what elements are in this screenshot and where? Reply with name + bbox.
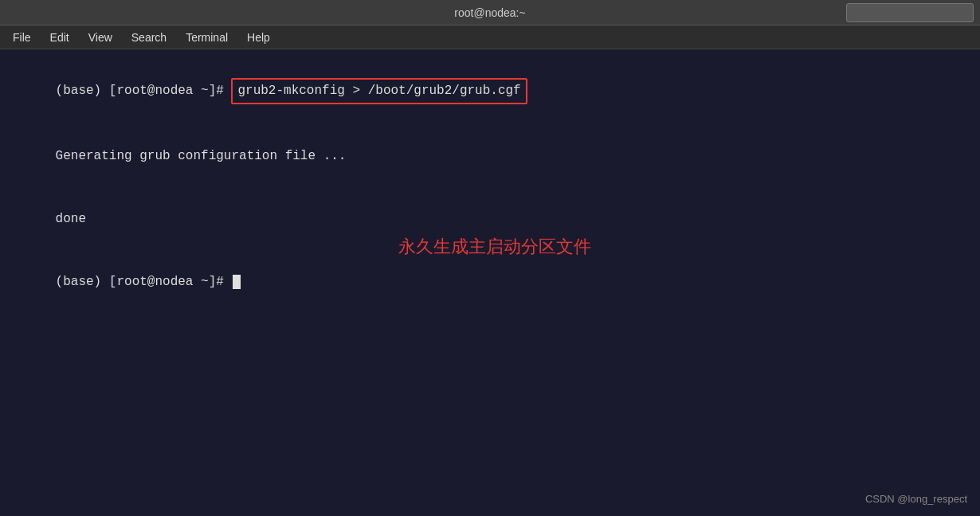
terminal-command-line: (base) [root@nodea ~]# grub2-mkconfig > … (10, 57, 970, 125)
menu-help[interactable]: Help (237, 28, 280, 47)
menu-view[interactable]: View (79, 28, 122, 47)
terminal-cursor (233, 275, 241, 289)
terminal-prompt-line: (base) [root@nodea ~]# (10, 252, 970, 313)
terminal-prompt-2: (base) [root@nodea ~]# (56, 275, 232, 289)
watermark: CSDN @long_respect (865, 491, 967, 508)
window-title: root@nodea:~ (454, 6, 525, 19)
menu-search[interactable]: Search (122, 28, 176, 47)
highlighted-command: grub2-mkconfig > /boot/grub2/grub.cgf (231, 78, 527, 105)
menu-file[interactable]: File (3, 28, 41, 47)
menu-terminal[interactable]: Terminal (176, 28, 237, 47)
command-text: grub2-mkconfig > /boot/grub2/grub.cgf (237, 84, 520, 98)
title-bar: root@nodea:~ (0, 0, 980, 25)
annotation-label: 永久生成主启动分区文件 (398, 233, 591, 260)
terminal-window: root@nodea:~ File Edit View Search Termi… (0, 0, 980, 516)
menu-bar: File Edit View Search Terminal Help (0, 25, 980, 49)
terminal-output-1: Generating grub configuration file ... (10, 127, 970, 188)
search-box[interactable] (846, 3, 974, 22)
terminal-body[interactable]: (base) [root@nodea ~]# grub2-mkconfig > … (0, 49, 980, 516)
terminal-prompt-1: (base) [root@nodea ~]# (56, 84, 232, 98)
menu-edit[interactable]: Edit (41, 28, 79, 47)
